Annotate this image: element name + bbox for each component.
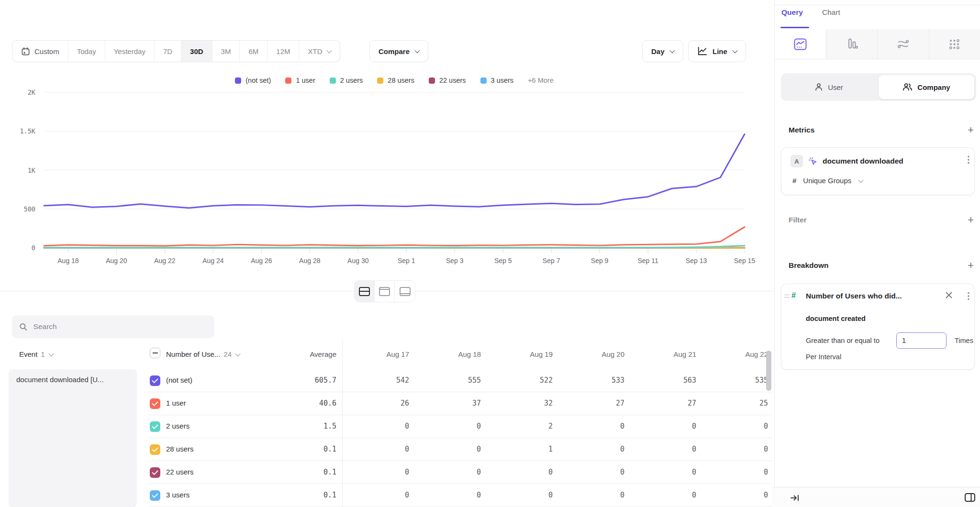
- cell-value: 0: [559, 445, 631, 453]
- svg-text:Sep 1: Sep 1: [398, 257, 415, 265]
- breakdown-value-input[interactable]: 1: [896, 332, 947, 349]
- interval-dropdown[interactable]: Day: [642, 40, 683, 62]
- compare-button[interactable]: Compare: [369, 40, 428, 62]
- dots-grid-icon: [948, 38, 960, 50]
- svg-text:Aug 30: Aug 30: [347, 257, 369, 265]
- user-icon: [814, 83, 823, 91]
- row-checkbox[interactable]: [150, 467, 160, 478]
- range-3m-button[interactable]: 3M: [212, 41, 240, 62]
- row-checkbox[interactable]: [150, 444, 160, 455]
- chevron-down-icon: [48, 351, 54, 356]
- chart-type-more-button[interactable]: [929, 29, 980, 59]
- range-custom-button[interactable]: Custom: [12, 41, 68, 62]
- cell-value: 542: [344, 376, 416, 385]
- toggle-side-panel-icon[interactable]: [964, 493, 976, 504]
- range-7d-button[interactable]: 7D: [155, 41, 181, 62]
- add-metric-button[interactable]: +: [968, 125, 974, 135]
- table-row: 1 user 40.6 26 37 32 27 27 25: [0, 392, 774, 415]
- cell-value: 0: [559, 422, 631, 430]
- add-filter-button[interactable]: +: [968, 215, 974, 225]
- line-chart-icon: [794, 38, 807, 50]
- row-label: 1 user: [166, 399, 186, 407]
- query-panel: Query Chart User Company Metrics + A: [774, 0, 980, 507]
- date-column-header: Aug 21: [631, 350, 703, 358]
- svg-text:Aug 28: Aug 28: [299, 257, 321, 265]
- cell-value: 0: [703, 422, 774, 430]
- panel-top-border: [775, 5, 980, 5]
- metric-event-name: document downloaded: [823, 157, 903, 165]
- cell-value: 0: [344, 422, 416, 430]
- row-checkbox[interactable]: [150, 375, 160, 386]
- cell-value: 0: [488, 491, 559, 499]
- cell-value: 0: [559, 491, 631, 499]
- row-average: 0.1: [258, 491, 336, 499]
- tab-chart[interactable]: Chart: [822, 8, 840, 17]
- cell-value: 0: [416, 491, 488, 499]
- layout-split-button[interactable]: [355, 281, 375, 302]
- chevron-down-icon: [414, 48, 420, 53]
- chevron-down-icon: [327, 48, 332, 53]
- search-input[interactable]: [33, 322, 207, 331]
- search-box[interactable]: [12, 315, 214, 338]
- row-average: 40.6: [258, 399, 336, 408]
- date-column-header: Aug 19: [488, 350, 559, 358]
- scope-toggle: User Company: [781, 73, 976, 101]
- row-checkbox[interactable]: [150, 398, 160, 409]
- row-checkbox[interactable]: [150, 421, 160, 432]
- range-yesterday-button[interactable]: Yesterday: [105, 41, 155, 62]
- cell-value: 0: [631, 422, 703, 430]
- chart-type-bar-button[interactable]: [826, 29, 878, 59]
- range-xtd-button[interactable]: XTD: [299, 41, 340, 62]
- drag-handle-icon[interactable]: [784, 295, 790, 299]
- svg-text:Sep 13: Sep 13: [686, 257, 707, 265]
- metric-measure-dropdown[interactable]: # Unique Groups: [792, 176, 863, 185]
- breakdown-card[interactable]: # Number of Users who did... document cr…: [781, 284, 975, 370]
- bar-chart-icon: [846, 38, 858, 50]
- layout-table-only-button[interactable]: [395, 281, 415, 302]
- svg-text:Sep 5: Sep 5: [494, 257, 512, 265]
- range-30d-button[interactable]: 30D: [181, 41, 212, 62]
- cell-value: 0: [703, 445, 774, 453]
- svg-text:1K: 1K: [28, 166, 36, 174]
- event-column-header[interactable]: Event 1: [19, 350, 53, 358]
- chevron-down-icon: [732, 48, 737, 53]
- metric-card[interactable]: A document downloaded # Unique Groups: [781, 147, 975, 195]
- select-all-checkbox[interactable]: [150, 348, 160, 358]
- scope-user-button[interactable]: User: [781, 73, 877, 101]
- close-icon[interactable]: [946, 292, 952, 300]
- line-chart[interactable]: 05001K1.5K2KAug 18Aug 20Aug 22Aug 24Aug …: [0, 67, 774, 273]
- cell-value: 27: [631, 399, 703, 408]
- range-today-button[interactable]: Today: [68, 41, 105, 62]
- range-12m-button[interactable]: 12M: [267, 41, 299, 62]
- range-6m-button[interactable]: 6M: [240, 41, 267, 62]
- breakdown-unit-label: Times: [955, 337, 973, 344]
- cell-value: 0: [559, 468, 631, 476]
- layout-chart-only-button[interactable]: [375, 281, 395, 302]
- event-click-icon: [808, 157, 817, 166]
- row-checkbox[interactable]: [150, 490, 160, 501]
- scope-company-button[interactable]: Company: [879, 75, 974, 99]
- kebab-menu-icon[interactable]: [968, 155, 969, 166]
- cell-value: 1: [488, 445, 559, 453]
- add-breakdown-button[interactable]: +: [968, 261, 974, 270]
- svg-text:Sep 9: Sep 9: [591, 257, 609, 265]
- cell-value: 0: [488, 468, 559, 476]
- svg-text:1.5K: 1.5K: [20, 127, 35, 135]
- layout-toggle-group: [354, 280, 415, 302]
- cell-value: 37: [416, 399, 488, 408]
- row-label: 2 users: [166, 422, 189, 430]
- table-scrollbar[interactable]: [766, 351, 771, 391]
- chart-type-flow-button[interactable]: [878, 29, 929, 59]
- top-panel-icon: [379, 287, 390, 296]
- svg-text:Aug 20: Aug 20: [106, 257, 127, 265]
- chart-type-line-button[interactable]: [775, 29, 826, 59]
- tab-query[interactable]: Query: [781, 8, 803, 17]
- active-tab-underline: [780, 27, 809, 28]
- cell-value: 0: [416, 468, 488, 476]
- group-column-header[interactable]: Number of Use... 24: [166, 350, 240, 358]
- table-body: (not set) 605.7 542 555 522 533 563 535 …: [0, 369, 774, 507]
- kebab-menu-icon[interactable]: [968, 292, 969, 302]
- chart-type-dropdown[interactable]: Line: [688, 40, 746, 62]
- split-view-icon: [359, 287, 370, 296]
- collapse-panel-icon[interactable]: [790, 494, 800, 504]
